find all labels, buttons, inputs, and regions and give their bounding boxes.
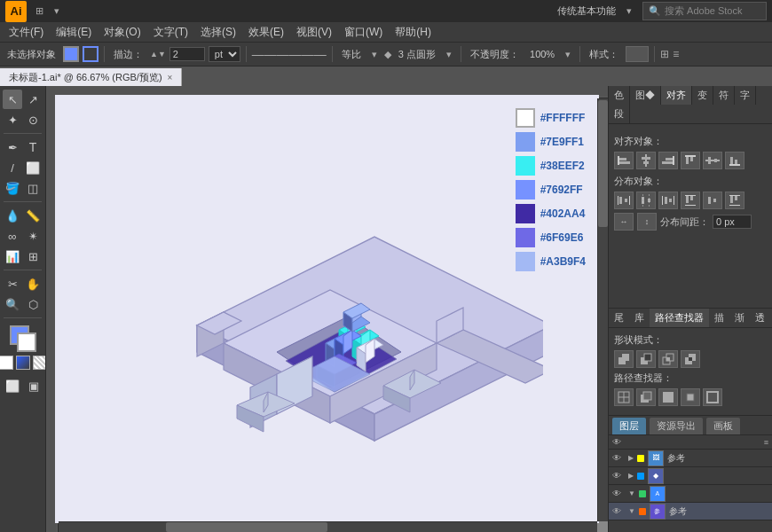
menu-edit[interactable]: 编辑(E) [51, 23, 97, 42]
canvas-scrollbar-horizontal[interactable] [59, 521, 597, 532]
line-tool[interactable]: / [3, 158, 22, 177]
select-tool[interactable]: ↖ [3, 90, 22, 109]
align-bottom-btn[interactable] [725, 152, 744, 169]
layer-row-2[interactable]: 👁 ▼ A [609, 485, 772, 503]
dist-left-btn[interactable] [614, 192, 634, 209]
dist-center-v-btn[interactable] [703, 192, 722, 209]
spacing-value-input[interactable] [713, 215, 752, 229]
layer-row-1[interactable]: 👁 ▶ ◆ [609, 467, 772, 485]
layer-3-visibility[interactable]: 👁 [612, 506, 625, 516]
swatch-color-3[interactable] [516, 180, 535, 200]
bar-chart-tool[interactable]: 📊 [3, 246, 22, 266]
workspace-dropdown[interactable]: ▾ [623, 4, 635, 19]
hand-tool[interactable]: ✋ [23, 274, 43, 293]
trim-btn[interactable] [636, 388, 656, 406]
zoom-tool[interactable]: 🔍 [3, 294, 22, 314]
tab-para[interactable]: 段 [609, 105, 630, 123]
layer-row-3[interactable]: 👁 ▼ 参 参考 [609, 503, 772, 520]
canvas-scrollbar-vertical[interactable] [597, 98, 608, 521]
swatch-color-6[interactable] [516, 252, 535, 271]
swatch-color-4[interactable] [516, 204, 535, 223]
minus-front-btn[interactable] [636, 350, 656, 368]
stroke-box[interactable] [17, 332, 36, 352]
screen-mode-btn[interactable]: ⬜ [3, 376, 22, 395]
menu-help[interactable]: 帮助(H) [390, 23, 437, 42]
dist-center-h-btn[interactable] [636, 192, 656, 209]
arrange-icon[interactable]: ⊞ [32, 4, 47, 19]
layer-2-visibility[interactable]: 👁 [612, 489, 625, 498]
subtab-pathfinder[interactable]: 路径查找器 [650, 309, 709, 327]
tab-align[interactable]: 对齐 [661, 86, 692, 105]
arrange-dropdown[interactable]: ▾ [51, 4, 63, 19]
swatch-color-2[interactable] [516, 156, 535, 176]
layer-3-arrow[interactable]: ▼ [628, 507, 635, 515]
subtab-trans[interactable]: 透 [750, 309, 770, 327]
swatch-color-1[interactable] [516, 132, 535, 152]
canvas-area[interactable]: /* ruler ticks inline */ [46, 86, 608, 532]
measure-tool[interactable]: 📏 [23, 206, 43, 225]
unite-btn[interactable] [614, 350, 634, 368]
assets-tab[interactable]: 资源导出 [650, 418, 703, 434]
panel-toggle-icon[interactable]: ⊞ [660, 48, 669, 60]
tab-image[interactable]: 图◆ [630, 86, 661, 105]
dist-right-btn[interactable] [658, 192, 678, 209]
divide-btn[interactable] [614, 388, 634, 406]
opacity-dropdown[interactable]: ▾ [562, 47, 574, 62]
menu-select[interactable]: 选择(S) [195, 23, 241, 42]
paint-bucket-tool[interactable]: 🪣 [3, 178, 22, 198]
stroke-swatch[interactable] [83, 46, 98, 62]
normal-mode-icon[interactable] [0, 356, 13, 370]
align-top-btn[interactable] [681, 152, 700, 169]
exclude-btn[interactable] [681, 350, 700, 368]
none-mode-icon[interactable] [33, 356, 47, 370]
fill-swatch[interactable] [63, 46, 79, 62]
tab-char[interactable]: 字 [735, 86, 756, 105]
points-dropdown[interactable]: ▾ [443, 47, 455, 62]
layer-2-arrow[interactable]: ▼ [628, 489, 635, 497]
crop-btn[interactable] [681, 388, 700, 406]
layer-0-arrow[interactable]: ▶ [628, 454, 634, 462]
tab-transform[interactable]: 变 [692, 86, 713, 105]
perspective-tool[interactable]: ⬡ [23, 294, 43, 314]
tab-color[interactable]: 色 [609, 86, 630, 105]
menu-object[interactable]: 对象(O) [98, 23, 146, 42]
layers-tab[interactable]: 图层 [612, 418, 646, 434]
artboard-tool[interactable]: ⊞ [23, 246, 43, 266]
layer-1-arrow[interactable]: ▶ [628, 472, 634, 480]
type-tool[interactable]: T [23, 137, 43, 157]
document-tab[interactable]: 未标题-1.ai* @ 66.67% (RGB/预览) × [0, 68, 182, 86]
lasso-tool[interactable]: ⊙ [23, 110, 43, 129]
magic-wand-tool[interactable]: ✦ [3, 110, 22, 129]
align-center-h-btn[interactable] [636, 152, 656, 169]
swatch-color-5[interactable] [516, 228, 535, 247]
subtab-desc[interactable]: 描 [709, 309, 729, 327]
layer-row-0[interactable]: 👁 ▶ 🖼 参考 [609, 450, 772, 467]
dist-top-btn[interactable] [681, 192, 700, 209]
outline-btn[interactable] [703, 388, 722, 406]
layer-0-visibility[interactable]: 👁 [612, 453, 625, 463]
intersect-btn[interactable] [658, 350, 678, 368]
dist-bottom-btn[interactable] [725, 192, 744, 209]
layers-options-icon[interactable]: ≡ [764, 438, 768, 447]
layer-1-visibility[interactable]: 👁 [612, 471, 625, 481]
panel-toggle2-icon[interactable]: ≡ [673, 48, 679, 60]
gradient-mode-icon[interactable] [16, 356, 30, 370]
tab-close-btn[interactable]: × [168, 73, 173, 82]
menu-effect[interactable]: 效果(E) [243, 23, 289, 42]
tab-symbol[interactable]: 符 [713, 86, 735, 105]
slice-tool[interactable]: ✂ [3, 274, 22, 293]
rect-tool[interactable]: ⬜ [23, 158, 43, 177]
artboard-tab[interactable]: 画板 [706, 418, 740, 434]
align-left-btn[interactable] [614, 152, 634, 169]
menu-text[interactable]: 文字(T) [148, 23, 193, 42]
merge-btn[interactable] [658, 388, 678, 406]
align-center-v-btn[interactable] [703, 152, 722, 169]
stroke-width-input[interactable] [169, 47, 205, 61]
stroke-unit-select[interactable]: pt [209, 46, 240, 62]
style-box[interactable] [626, 46, 649, 62]
subtab-library[interactable]: 库 [629, 309, 650, 327]
spacing-h-btn[interactable]: ↔ [614, 213, 634, 231]
blend-tool[interactable]: ∞ [3, 226, 22, 246]
fullscreen-btn[interactable]: ▣ [24, 376, 43, 395]
eyedropper-tool[interactable]: 💧 [3, 206, 22, 225]
